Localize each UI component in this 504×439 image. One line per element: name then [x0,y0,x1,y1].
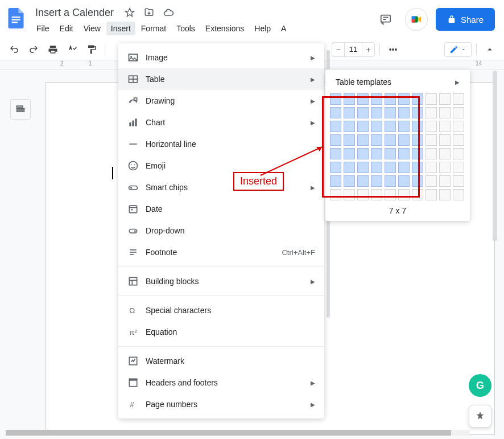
grid-cell[interactable] [330,93,341,105]
grid-cell[interactable] [453,175,464,187]
grid-cell[interactable] [412,162,423,173]
insert-special-characters[interactable]: ΩSpecial characters [118,299,324,321]
font-size-value[interactable]: 11 [345,45,362,54]
grid-cell[interactable] [398,175,410,187]
menu-insert[interactable]: Insert [106,22,135,35]
insert-date[interactable]: Date [118,198,324,220]
grid-cell[interactable] [425,107,437,118]
document-title[interactable]: Insert a Calender [32,6,117,20]
grid-cell[interactable] [385,148,396,159]
canvas-scrollbar[interactable] [493,71,497,439]
grid-cell[interactable] [412,93,423,105]
grid-cell[interactable] [357,121,369,132]
grid-cell[interactable] [344,175,355,187]
insert-page-numbers[interactable]: #Page numbers▶ [118,393,324,415]
undo-button[interactable] [6,41,23,58]
grid-cell[interactable] [412,175,423,187]
grid-cell[interactable] [398,107,410,118]
grid-cell[interactable] [439,175,451,187]
grid-cell[interactable] [398,121,410,132]
star-icon[interactable] [123,6,137,19]
grid-cell[interactable] [385,134,396,146]
grid-cell[interactable] [439,148,451,159]
insert-smart-chips[interactable]: Smart chips▶ [118,177,324,198]
insert-building-blocks[interactable]: Building blocks▶ [118,270,324,292]
menu-extensions[interactable]: Extensions [201,22,249,35]
explore-button[interactable] [469,405,491,428]
grid-cell[interactable] [371,93,382,105]
grid-cell[interactable] [439,121,451,132]
grid-cell[interactable] [412,121,423,132]
grid-cell[interactable] [439,189,451,200]
menu-a[interactable]: A [276,22,291,35]
spellcheck-button[interactable] [64,41,81,58]
grid-cell[interactable] [453,162,464,173]
outline-button[interactable] [10,99,31,120]
grid-cell[interactable] [439,162,451,173]
grid-cell[interactable] [412,189,423,200]
grid-cell[interactable] [398,93,410,105]
menu-help[interactable]: Help [250,22,275,35]
grammarly-button[interactable]: G [469,374,491,397]
cloud-status-icon[interactable] [162,6,175,19]
grid-cell[interactable] [425,148,437,159]
grid-cell[interactable] [371,189,382,200]
insert-drawing[interactable]: Drawing▶ [118,90,324,112]
grid-cell[interactable] [371,107,382,118]
grid-cell[interactable] [357,148,369,159]
move-icon[interactable] [142,6,156,19]
grid-cell[interactable] [385,189,396,200]
grid-cell[interactable] [330,175,341,187]
share-button[interactable]: Share [436,8,495,31]
table-templates-label[interactable]: Table templates [336,77,391,87]
grid-cell[interactable] [398,134,410,146]
grid-cell[interactable] [453,189,464,200]
grid-cell[interactable] [425,93,437,105]
insert-horizontal-line[interactable]: Horizontal line [118,133,324,155]
grid-cell[interactable] [425,189,437,200]
insert-image[interactable]: Image▶ [118,47,324,68]
menu-file[interactable]: File [32,22,54,35]
grid-cell[interactable] [425,175,437,187]
grid-cell[interactable] [412,148,423,159]
insert-watermark[interactable]: Watermark [118,350,324,372]
grid-cell[interactable] [398,162,410,173]
grid-cell[interactable] [439,93,451,105]
comments-button[interactable] [374,8,397,31]
grid-cell[interactable] [357,134,369,146]
redo-button[interactable] [25,41,42,58]
grid-cell[interactable] [344,189,355,200]
insert-footnote[interactable]: FootnoteCtrl+Alt+F [118,241,324,263]
print-button[interactable] [44,41,61,58]
grid-cell[interactable] [385,93,396,105]
grid-cell[interactable] [344,148,355,159]
insert-chart[interactable]: Chart▶ [118,112,324,133]
grid-cell[interactable] [439,134,451,146]
grid-cell[interactable] [385,121,396,132]
menu-format[interactable]: Format [137,22,171,35]
insert-emoji[interactable]: Emoji [118,155,324,177]
grid-cell[interactable] [357,162,369,173]
insert-table[interactable]: Table▶ [118,68,324,90]
grid-cell[interactable] [344,121,355,132]
insert-headers-and-footers[interactable]: Headers and footers▶ [118,372,324,393]
collapse-toolbar-button[interactable] [481,41,498,58]
grid-cell[interactable] [344,107,355,118]
grid-cell[interactable] [453,107,464,118]
grid-cell[interactable] [398,189,410,200]
menu-view[interactable]: View [79,22,105,35]
grid-cell[interactable] [330,189,341,200]
menu-edit[interactable]: Edit [55,22,78,35]
grid-cell[interactable] [385,175,396,187]
table-size-grid[interactable] [330,93,465,202]
grid-cell[interactable] [398,148,410,159]
insert-drop-down[interactable]: Drop-down [118,220,324,241]
grid-cell[interactable] [412,134,423,146]
font-size-decrease[interactable]: − [332,43,345,56]
grid-cell[interactable] [357,189,369,200]
insert-equation[interactable]: π²Equation [118,321,324,343]
editing-mode-button[interactable] [444,42,472,57]
grid-cell[interactable] [453,93,464,105]
horizontal-scrollbar[interactable] [6,430,470,436]
grid-cell[interactable] [453,134,464,146]
